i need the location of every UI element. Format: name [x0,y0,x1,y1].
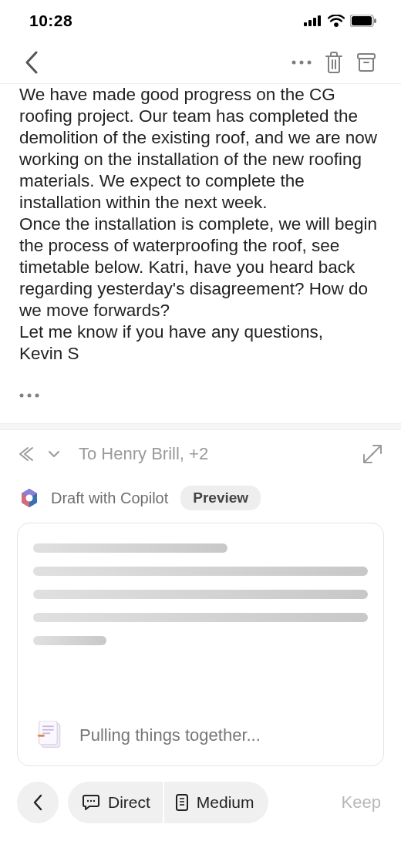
keep-button[interactable]: Keep [342,792,384,812]
svg-rect-3 [318,15,321,26]
divider [0,424,401,430]
bottom-toolbar: Direct Medium Keep [0,766,401,823]
copilot-label: Draft with Copilot [51,490,168,507]
length-icon [175,793,189,812]
style-pill-group: Direct Medium [68,782,268,823]
svg-point-12 [20,394,24,398]
skeleton-line [33,590,368,599]
svg-point-13 [28,394,32,398]
svg-rect-25 [177,795,187,810]
copilot-row: Draft with Copilot Preview [0,486,401,510]
back-button[interactable] [15,46,48,79]
status-icons [304,15,376,27]
svg-point-8 [300,61,304,65]
draft-preview-box: Pulling things together... [17,523,384,766]
svg-rect-2 [313,18,316,26]
reply-all-icon [19,446,42,462]
status-time: 10:28 [29,12,72,30]
delete-button[interactable] [318,46,350,79]
chevron-down-icon [48,450,60,458]
email-para-3: Let me know if you have any questions, K… [19,321,382,365]
document-icon [36,721,66,750]
svg-rect-1 [308,20,312,26]
svg-point-14 [35,394,39,398]
length-label: Medium [197,793,254,812]
cellular-icon [304,15,322,26]
compose-to-field[interactable]: To Henry Brill, +2 [79,444,208,464]
chat-icon [82,794,100,811]
svg-point-24 [93,800,95,802]
svg-point-9 [308,61,312,65]
email-body: We have made good progress on the CG roo… [0,83,401,424]
more-options-button[interactable] [285,46,318,79]
tone-button[interactable]: Direct [68,782,163,823]
tone-label: Direct [108,793,150,812]
email-para-2: Once the installation is complete, we wi… [19,214,382,321]
email-signature: Kevin S [19,344,79,363]
copilot-icon [19,487,40,509]
svg-rect-21 [38,735,45,737]
draft-status: Pulling things together... [36,721,261,750]
skeleton-line [33,613,368,622]
preview-badge: Preview [180,486,261,510]
expand-quoted-button[interactable] [19,380,382,402]
archive-button[interactable] [350,46,382,79]
svg-rect-6 [374,19,376,23]
status-bar: 10:28 [0,0,401,42]
svg-rect-0 [304,22,307,26]
length-button[interactable]: Medium [164,782,268,823]
back-circle-button[interactable] [17,782,59,823]
svg-point-23 [90,800,92,802]
draft-status-text: Pulling things together... [79,725,261,745]
svg-point-7 [292,61,296,65]
email-para-1: We have made good progress on the CG roo… [19,84,382,214]
expand-icon[interactable] [362,444,382,464]
battery-icon [350,15,376,27]
svg-point-15 [26,495,33,502]
skeleton-line [33,567,368,576]
svg-rect-5 [352,16,372,25]
nav-bar [0,42,401,83]
skeleton-line [33,636,106,645]
svg-point-22 [87,800,89,802]
compose-header[interactable]: To Henry Brill, +2 [0,430,401,478]
svg-rect-10 [358,54,375,59]
skeleton-line [33,543,227,553]
wifi-icon [328,15,345,27]
